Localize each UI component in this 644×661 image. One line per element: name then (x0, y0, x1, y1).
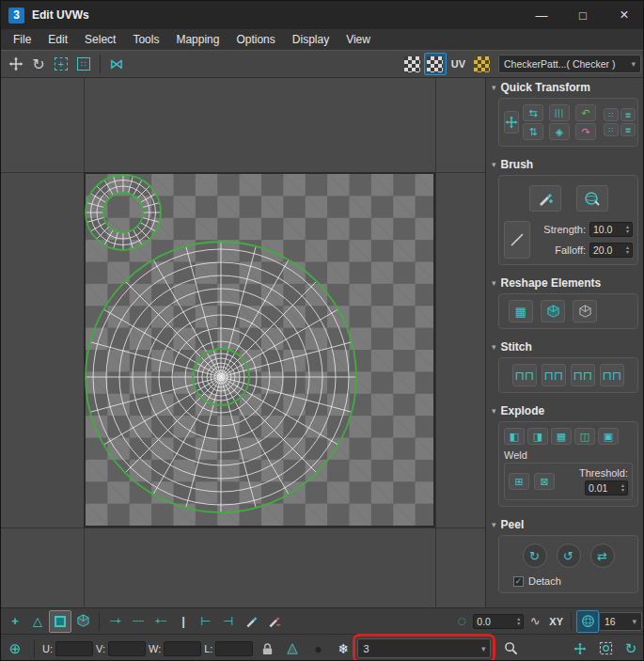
v-field[interactable] (108, 641, 146, 656)
rescale-element-button[interactable] (573, 300, 597, 323)
select-grow-loop-button[interactable]: +╌ (149, 610, 172, 633)
rollout-brush-header[interactable]: ▾ Brush (486, 155, 644, 174)
mirror-tool-button[interactable]: ⋈ (105, 53, 128, 75)
minimize-button[interactable]: — (521, 1, 562, 29)
lock-selection-button[interactable] (256, 637, 278, 660)
u-field[interactable] (55, 641, 93, 656)
close-button[interactable]: × (604, 1, 644, 29)
map-channel-dropdown[interactable]: 3 ▾ (357, 638, 491, 658)
explode-material-button[interactable]: ▣ (598, 428, 619, 445)
spinner-arrows-icon[interactable]: ▴▾ (517, 617, 520, 626)
polygon-mode-button[interactable] (49, 610, 71, 633)
relax-element-button[interactable] (541, 300, 565, 323)
show-map-active-button[interactable] (424, 53, 447, 75)
soft-selection-button[interactable]: ◌ (450, 610, 473, 633)
falloff-curve-button[interactable]: ∿ (524, 610, 546, 633)
zoom-extents-button[interactable]: ↻ (620, 637, 642, 660)
rollout-stitch-header[interactable]: ▾ Stitch (486, 338, 644, 356)
break-edge-button[interactable]: ◨ (527, 428, 548, 445)
align-element-button[interactable]: ◈ (549, 123, 570, 140)
l-field[interactable] (215, 641, 253, 656)
menu-display[interactable]: Display (284, 29, 338, 50)
edge-mode-button[interactable]: △ (26, 610, 49, 633)
select-ring-button[interactable]: ╌╌ (127, 610, 149, 633)
pan-tool-button[interactable] (569, 637, 591, 660)
scale-tool-button[interactable]: + (50, 53, 72, 75)
weld-selected-button[interactable]: ⊞ (509, 473, 529, 490)
menu-view[interactable]: View (338, 29, 379, 50)
weld-all-button[interactable]: ⊠ (534, 473, 555, 490)
paint-deselect-button[interactable] (262, 610, 285, 633)
threshold-spinner[interactable]: 0.01 ▴▾ (585, 480, 628, 496)
spinner-arrows-icon[interactable]: ▴▾ (621, 483, 624, 493)
checker-pattern-button[interactable] (470, 53, 493, 75)
falloff-spinner[interactable]: 20.0 ▴▾ (589, 243, 633, 258)
uv-editor-canvas[interactable] (1, 78, 485, 607)
strength-spinner[interactable]: 10.0 ▴▾ (589, 222, 633, 237)
align-horizontal-button[interactable]: ⇆ (523, 104, 543, 121)
relax-brush-button[interactable] (576, 185, 608, 212)
titlebar[interactable]: 3 Edit UVWs — □ × (1, 1, 644, 29)
absolute-typein-button[interactable]: ⊕ (4, 637, 26, 660)
zoom-region-button[interactable] (594, 637, 617, 660)
freeze-button[interactable]: ❄ (332, 637, 354, 660)
rotate-tool-button[interactable]: ↻ (27, 53, 50, 75)
peel-mode-button[interactable]: ↺ (557, 543, 581, 568)
rotate-cw-button[interactable]: ↷ (575, 123, 596, 140)
limit-value-dropdown[interactable]: 16 ▾ (599, 612, 642, 631)
break-face-button[interactable]: ▦ (551, 428, 572, 445)
stitch-target-button[interactable]: ⊓⊓ (600, 364, 624, 386)
move-selected-button[interactable] (504, 111, 519, 134)
spinner-arrows-icon[interactable]: ▴▾ (626, 225, 629, 234)
paint-select-button[interactable] (240, 610, 262, 633)
spinner-arrows-icon[interactable]: ▴▾ (626, 245, 629, 255)
break-vertex-button[interactable]: ◧ (504, 428, 525, 445)
distribute-h-button[interactable]: ∷ (604, 123, 619, 136)
edge-bar-button[interactable]: | (172, 610, 195, 633)
rotate-ccw-button[interactable]: ↶ (575, 104, 596, 121)
menu-file[interactable]: File (5, 29, 39, 50)
explode-smoothing-button[interactable]: ◫ (574, 428, 595, 445)
freeform-tool-button[interactable]: ∷ (72, 53, 95, 75)
rollout-peel-header[interactable]: ▾ Peel (486, 515, 644, 534)
menu-edit[interactable]: Edit (39, 29, 76, 50)
stitch-source-button[interactable]: ⊓⊓ (542, 364, 566, 386)
rollout-quick-transform-header[interactable]: ▾ Quick Transform (486, 78, 644, 97)
menu-options[interactable]: Options (228, 29, 283, 50)
rollout-explode-header[interactable]: ▾ Explode (486, 401, 644, 420)
limit-soft-selection-button[interactable] (576, 610, 599, 633)
distribute-v-button[interactable]: ≣ (620, 123, 636, 136)
w-field[interactable] (164, 641, 201, 656)
detach-checkbox[interactable]: ✓ (513, 576, 524, 587)
straighten-button[interactable]: ▦ (509, 300, 533, 323)
zoom-tool-button[interactable] (499, 637, 522, 660)
menu-mapping[interactable]: Mapping (167, 29, 228, 50)
align-vertical-button[interactable]: ⇅ (523, 123, 543, 140)
soft-selection-value-spinner[interactable]: 0.0 ▴▾ (473, 614, 524, 629)
vertex-mode-button[interactable]: + (4, 610, 26, 633)
paint-move-brush-button[interactable] (529, 185, 561, 212)
menu-tools[interactable]: Tools (124, 29, 167, 50)
show-map-button[interactable] (401, 53, 424, 75)
falloff-curve-button[interactable] (504, 221, 530, 259)
rollout-reshape-header[interactable]: ▾ Reshape Elements (486, 274, 644, 292)
grow-selection-button[interactable]: ⊢ (195, 610, 217, 633)
uv-wireframe-mesh[interactable] (1, 78, 485, 607)
texture-selector-dropdown[interactable]: CheckerPatt...( Checker ) ▾ (498, 55, 641, 73)
shrink-selection-button[interactable]: ⊣ (217, 610, 240, 633)
preview-selection-button[interactable] (281, 637, 304, 660)
menu-select[interactable]: Select (76, 29, 124, 50)
maximize-button[interactable]: □ (562, 1, 604, 29)
element-mode-button[interactable] (71, 610, 94, 633)
stitch-custom-button[interactable]: ⊓⊓ (512, 364, 537, 386)
move-tool-button[interactable] (5, 53, 27, 75)
quick-peel-button[interactable]: ↻ (523, 543, 547, 568)
align-grid-button[interactable]: ≣ (620, 108, 636, 121)
select-by-smoothing-button[interactable]: ● (306, 637, 329, 660)
reset-peel-button[interactable]: ⇄ (590, 543, 615, 568)
align-v-icon: ⇅ (528, 126, 537, 138)
space-vertical-button[interactable]: ||| (549, 104, 570, 121)
select-loop-button[interactable]: ╌+ (104, 610, 127, 633)
stitch-average-button[interactable]: ⊓⊓ (571, 364, 595, 386)
align-pivot-button[interactable]: ∷ (604, 108, 619, 121)
